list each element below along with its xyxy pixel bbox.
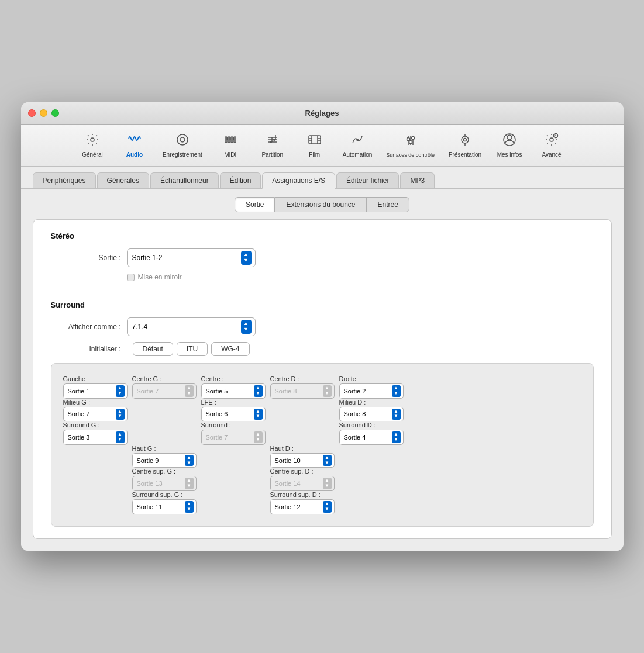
svg-point-30 bbox=[411, 136, 414, 139]
toolbar-item-recording[interactable]: Enregistrement bbox=[157, 129, 208, 161]
haut-g-arrows[interactable]: ▲▼ bbox=[185, 455, 194, 467]
tab-edition[interactable]: Édition bbox=[220, 172, 261, 188]
toolbar-item-general[interactable]: Général bbox=[73, 129, 112, 161]
toolbar-item-mes-infos[interactable]: Mes infos bbox=[490, 129, 529, 161]
surround-label: Surround : bbox=[201, 421, 266, 429]
toolbar-item-automation[interactable]: Automation bbox=[337, 129, 378, 161]
init-defaut-button[interactable]: Défaut bbox=[133, 342, 173, 356]
haut-d-arrows[interactable]: ▲▼ bbox=[323, 455, 332, 467]
surround-afficher-arrows[interactable]: ▲ ▼ bbox=[241, 320, 252, 334]
surround-g-select[interactable]: Sortie 3 ▲▼ bbox=[63, 430, 128, 445]
surround-sup-d-select[interactable]: Sortie 12 ▲▼ bbox=[270, 499, 335, 514]
tab-editeur[interactable]: Éditeur fichier bbox=[336, 172, 399, 188]
lfe-arrows[interactable]: ▲▼ bbox=[254, 409, 263, 420]
svg-point-35 bbox=[507, 135, 512, 140]
channel-haut-g: Haut G : Sortie 9 ▲▼ bbox=[132, 445, 197, 468]
droite-select[interactable]: Sortie 2 ▲▼ bbox=[339, 383, 404, 399]
init-itu-button[interactable]: ITU bbox=[177, 342, 208, 356]
toolbar-item-film[interactable]: Film bbox=[295, 129, 335, 161]
surround-d-value: Sortie 4 bbox=[344, 434, 390, 441]
surround-d-select[interactable]: Sortie 4 ▲▼ bbox=[339, 430, 404, 445]
surround-d-arrows[interactable]: ▲▼ bbox=[392, 431, 401, 443]
channel-row-4: - Haut G : Sortie 9 ▲▼ - bbox=[63, 445, 581, 468]
main-toolbar: Général Audio Enregistrement bbox=[21, 125, 624, 167]
centre-g-select[interactable]: Sortie 7 ▲▼ bbox=[132, 383, 197, 399]
svg-point-32 bbox=[463, 139, 466, 141]
svg-rect-5 bbox=[231, 137, 233, 143]
centre-d-label: Centre D : bbox=[270, 375, 335, 382]
lfe-select[interactable]: Sortie 6 ▲▼ bbox=[201, 407, 266, 422]
surround-sup-g-arrows[interactable]: ▲▼ bbox=[185, 501, 194, 513]
stereo-miroir-label: Mise en miroir bbox=[138, 273, 182, 281]
centre-select[interactable]: Sortie 5 ▲▼ bbox=[201, 383, 266, 399]
stereo-sortie-select[interactable]: Sortie 1-2 ▲ ▼ bbox=[127, 248, 256, 267]
gauche-select[interactable]: Sortie 1 ▲▼ bbox=[63, 383, 128, 399]
channel-surround: Surround : Sortie 7 ▲▼ bbox=[201, 421, 266, 445]
toolbar-item-partition[interactable]: Partition bbox=[253, 129, 292, 161]
surround-sup-d-arrows[interactable]: ▲▼ bbox=[323, 501, 332, 513]
stereo-miroir-checkbox[interactable] bbox=[127, 274, 135, 281]
toolbar-mes-infos-label: Mes infos bbox=[497, 151, 522, 158]
surround-sup-g-label: Surround sup. G : bbox=[132, 491, 197, 498]
surround-select[interactable]: Sortie 7 ▲▼ bbox=[201, 430, 266, 445]
sub-tab-extensions[interactable]: Extensions du bounce bbox=[275, 197, 366, 212]
centre-sup-d-select[interactable]: Sortie 14 ▲▼ bbox=[270, 476, 335, 491]
centre-sup-g-select[interactable]: Sortie 13 ▲▼ bbox=[132, 476, 197, 491]
svg-point-2 bbox=[180, 137, 185, 142]
channel-centre-sup-g: Centre sup. G : Sortie 13 ▲▼ bbox=[132, 468, 197, 491]
tab-generales[interactable]: Générales bbox=[97, 172, 149, 188]
surround-g-arrows[interactable]: ▲▼ bbox=[116, 431, 125, 443]
channel-milieu-d: Milieu D : Sortie 8 ▲▼ bbox=[339, 399, 404, 422]
droite-arrows[interactable]: ▲▼ bbox=[392, 385, 401, 397]
centre-d-select[interactable]: Sortie 8 ▲▼ bbox=[270, 383, 335, 399]
milieu-g-arrows[interactable]: ▲▼ bbox=[116, 409, 125, 420]
surround-sup-g-select[interactable]: Sortie 11 ▲▼ bbox=[132, 499, 197, 514]
toolbar-item-surfaces[interactable]: Surfaces de contrôle bbox=[380, 130, 440, 161]
surround-channels-panel: Gauche : Sortie 1 ▲▼ Centre G : Sortie 7… bbox=[51, 363, 594, 527]
channel-centre-sup-d: Centre sup. D : Sortie 14 ▲▼ bbox=[270, 468, 335, 491]
centre-sup-d-arrows[interactable]: ▲▼ bbox=[323, 478, 332, 489]
sub-tab-sortie[interactable]: Sortie bbox=[235, 197, 275, 212]
tab-mp3[interactable]: MP3 bbox=[400, 172, 435, 188]
surround-afficher-select[interactable]: 7.1.4 ▲ ▼ bbox=[127, 317, 256, 336]
close-button[interactable] bbox=[28, 109, 36, 117]
surround-d-label: Surround D : bbox=[339, 421, 404, 429]
centre-g-arrows[interactable]: ▲▼ bbox=[185, 385, 194, 397]
centre-d-arrows[interactable]: ▲▼ bbox=[323, 385, 332, 397]
milieu-d-arrows[interactable]: ▲▼ bbox=[392, 409, 401, 420]
svg-point-29 bbox=[409, 140, 412, 143]
svg-rect-17 bbox=[309, 136, 321, 144]
milieu-g-value: Sortie 7 bbox=[68, 410, 113, 417]
tab-assignations[interactable]: Assignations E/S bbox=[262, 172, 335, 189]
user-icon bbox=[502, 133, 516, 149]
toolbar-item-avance[interactable]: Avancé bbox=[532, 129, 571, 161]
toolbar-item-presentation[interactable]: Présentation bbox=[443, 129, 487, 161]
init-wg4-button[interactable]: WG-4 bbox=[211, 342, 249, 356]
toolbar-item-audio[interactable]: Audio bbox=[115, 129, 154, 161]
milieu-d-label: Milieu D : bbox=[339, 399, 404, 406]
stereo-sortie-row: Sortie : Sortie 1-2 ▲ ▼ bbox=[51, 248, 594, 267]
audio-icon bbox=[128, 133, 142, 149]
milieu-g-label: Milieu G : bbox=[63, 399, 128, 406]
milieu-g-select[interactable]: Sortie 7 ▲▼ bbox=[63, 407, 128, 422]
minimize-button[interactable] bbox=[40, 109, 47, 117]
maximize-button[interactable] bbox=[51, 109, 59, 117]
init-buttons: Défaut ITU WG-4 bbox=[133, 342, 250, 356]
centre-arrows[interactable]: ▲▼ bbox=[254, 385, 263, 397]
tab-peripheriques[interactable]: Périphériques bbox=[33, 172, 96, 188]
lfe-label: LFE : bbox=[201, 399, 266, 406]
centre-sup-g-arrows[interactable]: ▲▼ bbox=[185, 478, 194, 489]
surround-arrows[interactable]: ▲▼ bbox=[254, 431, 263, 443]
surfaces-icon bbox=[404, 133, 418, 150]
channel-surround-sup-g: Surround sup. G : Sortie 11 ▲▼ bbox=[132, 491, 197, 514]
tab-echantillonneur[interactable]: Échantillonneur bbox=[150, 172, 219, 188]
toolbar-general-label: Général bbox=[82, 151, 103, 158]
milieu-d-select[interactable]: Sortie 8 ▲▼ bbox=[339, 407, 404, 422]
haut-d-select[interactable]: Sortie 10 ▲▼ bbox=[270, 453, 335, 468]
channel-surround-d: Surround D : Sortie 4 ▲▼ bbox=[339, 421, 404, 445]
toolbar-item-midi[interactable]: MIDI bbox=[211, 129, 250, 161]
haut-g-select[interactable]: Sortie 9 ▲▼ bbox=[132, 453, 197, 468]
stereo-sortie-arrows[interactable]: ▲ ▼ bbox=[241, 251, 252, 265]
sub-tab-entree[interactable]: Entrée bbox=[367, 197, 409, 212]
gauche-arrows[interactable]: ▲▼ bbox=[116, 385, 125, 397]
